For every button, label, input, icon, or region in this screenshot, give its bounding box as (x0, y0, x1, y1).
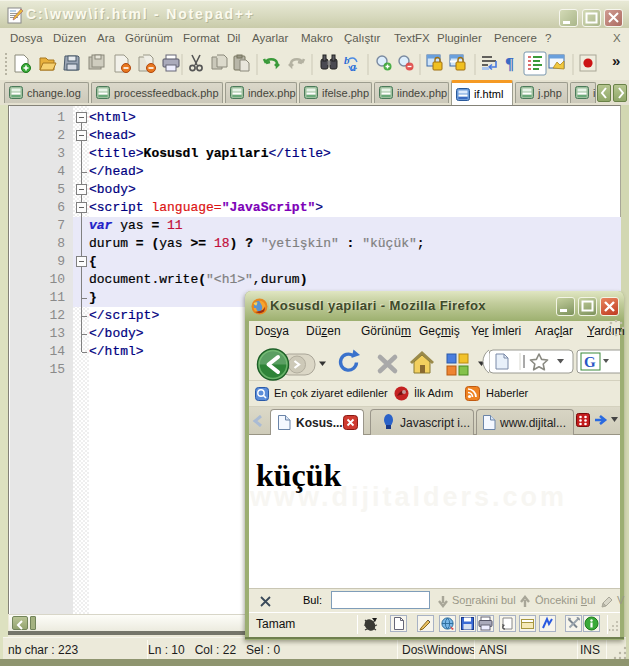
svg-text:»: » (612, 52, 620, 69)
svg-text:¶: ¶ (505, 54, 514, 73)
svg-text:a: a (350, 60, 356, 74)
svg-text:G: G (584, 354, 596, 370)
